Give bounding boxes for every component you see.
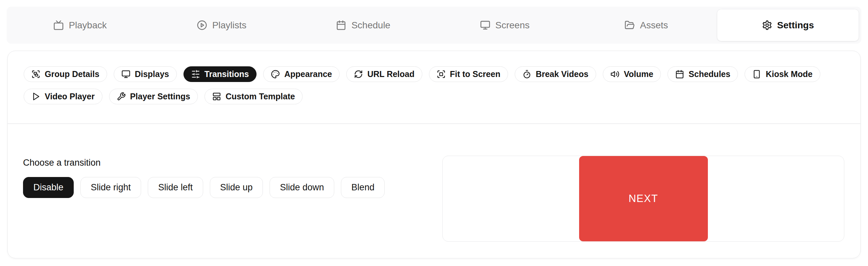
tab-settings-label: Settings (777, 20, 814, 31)
settings-tab-custom-template-label: Custom Template (225, 92, 295, 101)
tab-playback[interactable]: Playback (9, 9, 151, 41)
main-nav: Playback Playlists Schedule Screens Asse… (7, 7, 861, 44)
settings-tab-fit-to-screen[interactable]: Fit to Screen (429, 66, 508, 82)
section-heading: Choose a transition (23, 158, 384, 168)
transition-option-slide-left[interactable]: Slide left (148, 177, 203, 198)
transition-option-slide-down[interactable]: Slide down (270, 177, 334, 198)
timer-icon (522, 70, 531, 79)
settings-tab-break-videos-label: Break Videos (536, 69, 588, 79)
calendar-icon (336, 20, 346, 30)
refresh-icon (354, 70, 363, 79)
transition-option-blend[interactable]: Blend (341, 177, 384, 198)
settings-tab-group-details[interactable]: Group Details (24, 66, 107, 82)
settings-tab-video-player[interactable]: Video Player (24, 89, 102, 104)
transition-option-blend-label: Blend (351, 182, 374, 193)
transition-option-slide-down-label: Slide down (280, 182, 324, 193)
transition-option-slide-right[interactable]: Slide right (81, 177, 141, 198)
settings-tab-schedules[interactable]: Schedules (668, 66, 738, 82)
settings-tab-volume-label: Volume (624, 69, 653, 79)
volume-icon (611, 70, 619, 79)
play-icon (31, 92, 40, 101)
transition-option-slide-up[interactable]: Slide up (210, 177, 263, 198)
settings-tab-kiosk-mode[interactable]: Kiosk Mode (745, 66, 820, 82)
transition-chooser: Choose a transition Disable Slide right … (23, 156, 384, 198)
monitor-icon (121, 70, 130, 79)
settings-tab-appearance[interactable]: Appearance (263, 66, 340, 82)
settings-tab-transitions[interactable]: Transitions (184, 66, 256, 82)
settings-tab-transitions-label: Transitions (205, 69, 249, 79)
layout-icon (212, 92, 221, 101)
settings-tab-player-settings-label: Player Settings (130, 92, 190, 101)
tv-icon (53, 20, 64, 30)
transition-preview-panel: NEXT (442, 156, 844, 242)
monitor-icon (480, 20, 490, 30)
transition-option-disable[interactable]: Disable (23, 177, 74, 198)
transition-option-slide-up-label: Slide up (220, 182, 253, 193)
transition-section: Choose a transition Disable Slide right … (8, 124, 860, 242)
tab-playback-label: Playback (69, 20, 107, 31)
settings-tab-volume[interactable]: Volume (603, 66, 661, 82)
settings-tab-break-videos[interactable]: Break Videos (515, 66, 596, 82)
settings-tab-fit-to-screen-label: Fit to Screen (450, 69, 500, 79)
play-circle-icon (197, 20, 207, 30)
calendar-icon (675, 70, 684, 79)
sliders-icon (191, 70, 200, 79)
settings-tab-custom-template[interactable]: Custom Template (205, 89, 303, 104)
tab-schedule[interactable]: Schedule (292, 9, 434, 41)
settings-tab-row-2: Video Player Player Settings Custom Temp… (24, 89, 844, 104)
tablet-icon (752, 70, 761, 79)
settings-tab-displays-label: Displays (135, 69, 169, 79)
settings-tab-url-reload[interactable]: URL Reload (346, 66, 422, 82)
folder-open-icon (624, 20, 635, 30)
group-icon (31, 70, 40, 79)
tab-schedule-label: Schedule (351, 20, 390, 31)
settings-tab-url-reload-label: URL Reload (367, 69, 414, 79)
tab-playlists[interactable]: Playlists (151, 9, 292, 41)
tab-screens[interactable]: Screens (434, 9, 576, 41)
tab-assets-label: Assets (640, 20, 668, 31)
wrench-icon (117, 92, 126, 101)
preview-next-slide: NEXT (579, 156, 708, 241)
palette-icon (271, 70, 280, 79)
transition-option-slide-left-label: Slide left (158, 182, 193, 193)
settings-tab-displays[interactable]: Displays (114, 66, 177, 82)
settings-page: Playback Playlists Schedule Screens Asse… (0, 0, 868, 266)
gear-icon (762, 20, 772, 30)
preview-next-label: NEXT (628, 193, 658, 205)
settings-tab-row-1: Group Details Displays Transitions Appea… (24, 66, 844, 82)
settings-tab-appearance-label: Appearance (284, 69, 332, 79)
transition-options: Disable Slide right Slide left Slide up … (23, 177, 384, 198)
transition-option-slide-right-label: Slide right (91, 182, 131, 193)
tab-playlists-label: Playlists (212, 20, 247, 31)
settings-tab-player-settings[interactable]: Player Settings (109, 89, 198, 104)
transition-option-disable-label: Disable (33, 182, 63, 193)
settings-tab-kiosk-mode-label: Kiosk Mode (766, 69, 812, 79)
settings-tab-bar: Group Details Displays Transitions Appea… (8, 51, 860, 104)
settings-tab-schedules-label: Schedules (688, 69, 730, 79)
fit-screen-icon (437, 70, 446, 79)
tab-settings[interactable]: Settings (717, 9, 859, 41)
tab-screens-label: Screens (495, 20, 530, 31)
settings-tab-video-player-label: Video Player (45, 92, 95, 101)
tab-assets[interactable]: Assets (576, 9, 717, 41)
settings-tab-group-details-label: Group Details (45, 69, 99, 79)
settings-card: Group Details Displays Transitions Appea… (7, 51, 861, 258)
